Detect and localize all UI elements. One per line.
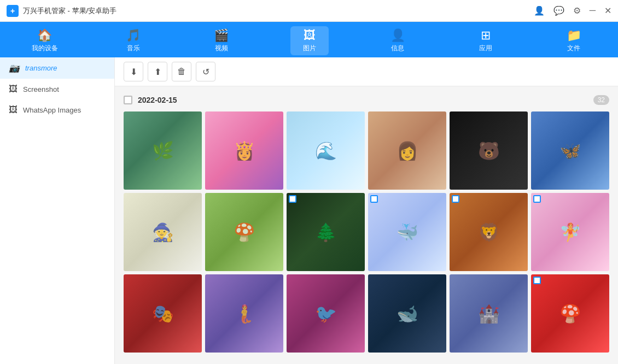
- sidebar-screenshot-label: Screenshot: [23, 85, 59, 93]
- apps-icon: ⊞: [481, 28, 491, 43]
- video-icon: 🎬: [214, 28, 229, 43]
- image-thumbnail: 🧜: [205, 274, 283, 353]
- gallery-area[interactable]: 2022-02-15 32 🌿👸🌊👩🐻🦋🧙🍄🌲🐳🦁🧚🎭🧜🐦🐋🏰🍄: [115, 86, 618, 364]
- camera-icon: 📷: [9, 63, 20, 73]
- image-cell[interactable]: 🌲: [287, 193, 365, 271]
- import-icon: ⬇: [130, 67, 137, 77]
- image-thumbnail: 🍄: [531, 274, 609, 353]
- nav-video-label: 视频: [215, 44, 228, 53]
- nav-files[interactable]: 📁 文件: [555, 26, 593, 55]
- import-button[interactable]: ⬇: [124, 62, 143, 81]
- whatsapp-icon: 🖼: [9, 105, 18, 115]
- home-icon: 🏠: [37, 28, 52, 43]
- minimize-button[interactable]: ─: [590, 5, 596, 16]
- nav-my-device[interactable]: 🏠 我的设备: [25, 26, 65, 55]
- music-icon: 🎵: [126, 28, 141, 43]
- date-header: 2022-02-15 32: [124, 95, 609, 105]
- files-icon: 📁: [567, 28, 581, 43]
- image-cell[interactable]: 🐻: [450, 111, 528, 190]
- app-title: 万兴手机管家 - 苹果/安卓助手: [23, 6, 534, 16]
- settings-icon[interactable]: ⚙: [573, 5, 581, 16]
- export-button[interactable]: ⬆: [148, 62, 167, 81]
- nav-music[interactable]: 🎵 音乐: [114, 26, 153, 55]
- image-thumbnail: 🏰: [450, 274, 528, 353]
- image-cell[interactable]: 🐦: [287, 274, 365, 353]
- sidebar: 📷 transmore 🖼 Screenshot 🖼 WhatsApp Imag…: [0, 57, 115, 364]
- delete-icon: 🗑: [177, 67, 186, 77]
- image-cell[interactable]: 🦋: [531, 111, 609, 190]
- image-thumbnail: 🐳: [368, 193, 446, 271]
- main-layout: 📷 transmore 🖼 Screenshot 🖼 WhatsApp Imag…: [0, 57, 618, 364]
- export-icon: ⬆: [154, 67, 161, 77]
- sidebar-item-transmore[interactable]: 📷 transmore: [0, 57, 114, 79]
- screenshot-icon: 🖼: [9, 84, 18, 94]
- image-checkbox[interactable]: [533, 277, 541, 284]
- image-thumbnail: 🧚: [531, 193, 609, 271]
- date-select-checkbox[interactable]: [124, 96, 132, 104]
- image-cell[interactable]: 🧙: [124, 193, 202, 271]
- titlebar: + 万兴手机管家 - 苹果/安卓助手 👤 💬 ⚙ ─ ✕: [0, 0, 618, 22]
- nav-music-label: 音乐: [127, 44, 140, 53]
- image-cell[interactable]: 🦁: [450, 193, 528, 271]
- sidebar-transmore-label: transmore: [25, 64, 57, 72]
- image-cell[interactable]: 🐋: [368, 274, 446, 353]
- nav-photos-label: 图片: [303, 44, 316, 53]
- sidebar-whatsapp-label: WhatsApp Images: [23, 106, 81, 114]
- image-cell[interactable]: 🏰: [450, 274, 528, 353]
- nav-messages[interactable]: 👤 信息: [378, 26, 417, 55]
- image-checkbox[interactable]: [289, 195, 296, 203]
- image-thumbnail: 🌊: [287, 111, 365, 190]
- sidebar-item-screenshot[interactable]: 🖼 Screenshot: [0, 79, 114, 99]
- image-cell[interactable]: 🍄: [205, 193, 283, 271]
- image-cell[interactable]: 🌿: [124, 111, 202, 190]
- image-thumbnail: 👩: [368, 111, 446, 190]
- nav-apps-label: 应用: [479, 44, 492, 53]
- image-thumbnail: 🧙: [124, 193, 202, 271]
- image-thumbnail: 🐋: [368, 274, 446, 353]
- photos-icon: 🖼: [304, 28, 316, 43]
- close-button[interactable]: ✕: [604, 5, 611, 16]
- image-thumbnail: 🌿: [124, 111, 202, 190]
- image-thumbnail: 👸: [205, 111, 283, 190]
- user-icon[interactable]: 👤: [534, 5, 545, 16]
- messages-icon: 👤: [390, 28, 405, 43]
- image-cell[interactable]: 🎭: [124, 274, 202, 353]
- window-controls: 👤 💬 ⚙ ─ ✕: [534, 5, 611, 16]
- sidebar-item-whatsapp[interactable]: 🖼 WhatsApp Images: [0, 99, 114, 120]
- nav-photos[interactable]: 🖼 图片: [290, 26, 329, 55]
- content-area: ⬇ ⬆ 🗑 ↺ 2022-02-15 32 🌿👸🌊👩🐻🦋🧙�: [115, 57, 618, 364]
- date-group: 2022-02-15 32 🌿👸🌊👩🐻🦋🧙🍄🌲🐳🦁🧚🎭🧜🐦🐋🏰🍄: [124, 95, 609, 353]
- image-checkbox[interactable]: [533, 195, 541, 203]
- nav-my-device-label: 我的设备: [32, 44, 58, 53]
- image-thumbnail: 🦋: [531, 111, 609, 190]
- feedback-icon[interactable]: 💬: [553, 5, 564, 16]
- image-checkbox[interactable]: [452, 195, 459, 203]
- nav-messages-label: 信息: [391, 44, 404, 53]
- delete-button[interactable]: 🗑: [172, 62, 191, 81]
- image-checkbox[interactable]: [370, 195, 378, 203]
- image-cell[interactable]: 🧚: [531, 193, 609, 271]
- app-icon: +: [7, 5, 19, 17]
- toolbar: ⬇ ⬆ 🗑 ↺: [115, 57, 618, 86]
- image-cell[interactable]: 🐳: [368, 193, 446, 271]
- nav-files-label: 文件: [567, 44, 580, 53]
- image-thumbnail: 🐦: [287, 274, 365, 353]
- refresh-button[interactable]: ↺: [196, 62, 215, 81]
- image-thumbnail: 🦁: [450, 193, 528, 271]
- count-badge: 32: [593, 95, 609, 105]
- refresh-icon: ↺: [202, 67, 209, 77]
- image-grid: 🌿👸🌊👩🐻🦋🧙🍄🌲🐳🦁🧚🎭🧜🐦🐋🏰🍄: [124, 111, 609, 353]
- image-thumbnail: 🐻: [450, 111, 528, 190]
- date-label: 2022-02-15: [138, 96, 177, 104]
- image-cell[interactable]: 👸: [205, 111, 283, 190]
- nav-apps[interactable]: ⊞ 应用: [467, 26, 505, 55]
- navbar: 🏠 我的设备 🎵 音乐 🎬 视频 🖼 图片 👤 信息 ⊞ 应用 📁 文件: [0, 22, 618, 57]
- image-cell[interactable]: 🍄: [531, 274, 609, 353]
- image-thumbnail: 🌲: [287, 193, 365, 271]
- nav-video[interactable]: 🎬 视频: [202, 26, 241, 55]
- image-thumbnail: 🎭: [124, 274, 202, 353]
- image-cell[interactable]: 🧜: [205, 274, 283, 353]
- image-thumbnail: 🍄: [205, 193, 283, 271]
- image-cell[interactable]: 🌊: [287, 111, 365, 190]
- image-cell[interactable]: 👩: [368, 111, 446, 190]
